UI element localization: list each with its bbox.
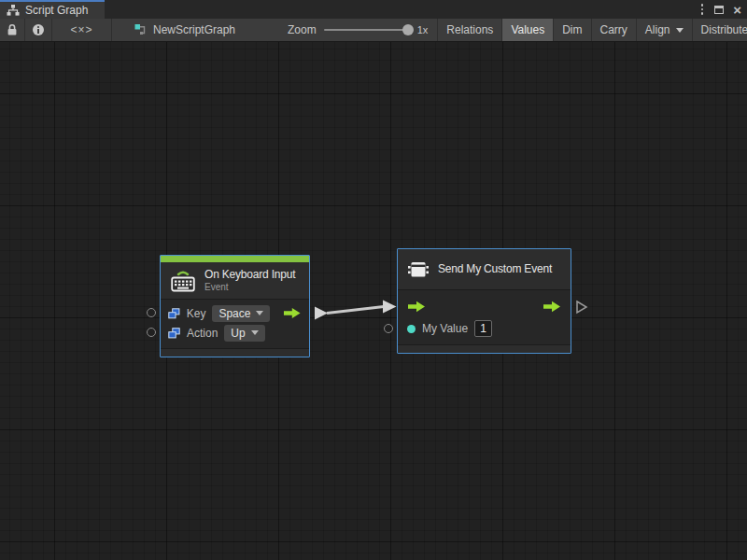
node-header[interactable]: On Keyboard Input Event (161, 262, 309, 300)
graph-name: NewScriptGraph (153, 23, 235, 36)
node-send-my-custom-event[interactable]: Send My Custom Event My Value 1 (397, 248, 571, 354)
variable-port-icon (168, 328, 180, 339)
window-controls: × (699, 0, 741, 19)
control-output-port[interactable] (543, 301, 561, 313)
close-icon[interactable]: × (733, 3, 741, 17)
port-label-my-value: My Value (422, 322, 468, 335)
port-label-key: Key (187, 307, 206, 320)
event-accent-bar (161, 256, 309, 262)
tab-title: Script Graph (25, 4, 88, 17)
action-input-port[interactable] (147, 328, 156, 337)
node-header[interactable]: Send My Custom Event (398, 249, 571, 290)
graph-breadcrumb[interactable]: NewScriptGraph (125, 19, 245, 41)
node-footer (161, 348, 309, 357)
tab-bar: Script Graph × (0, 0, 747, 19)
relations-button[interactable]: Relations (438, 19, 502, 41)
zoom-slider[interactable] (324, 29, 410, 31)
zoom-slider-handle[interactable] (402, 24, 414, 35)
chevron-down-icon (676, 28, 684, 33)
chevron-down-icon (256, 311, 263, 315)
port-row-action: Action Up (168, 323, 302, 343)
info-button[interactable] (25, 19, 52, 41)
keyboard-event-icon (170, 269, 196, 293)
graph-toolbar: <×> NewScriptGraph Zoom 1x Relations Val… (0, 19, 747, 42)
variable-port-icon (168, 308, 180, 319)
value-port-dot-icon (407, 325, 416, 333)
distribute-button[interactable]: Distribute (693, 19, 747, 41)
my-value-input-port[interactable] (384, 324, 393, 333)
key-dropdown[interactable]: Space (212, 305, 270, 322)
node-body: Key Space Action (161, 300, 309, 348)
action-dropdown-value: Up (231, 327, 245, 340)
align-button-label: Align (645, 23, 670, 36)
tab-script-graph[interactable]: Script Graph (0, 0, 105, 19)
values-button[interactable]: Values (502, 19, 554, 41)
node-title: Send My Custom Event (438, 262, 552, 276)
node-footer (398, 344, 571, 353)
chevron-down-icon (251, 330, 259, 335)
node-subtitle: Event (204, 282, 295, 294)
custom-event-icon (407, 259, 430, 280)
control-connection-wire[interactable] (0, 42, 747, 560)
code-view-button[interactable]: <×> (52, 19, 112, 41)
next-flow-triangle-port[interactable] (575, 300, 588, 315)
zoom-value: 1x (417, 24, 429, 35)
maximize-icon[interactable] (714, 6, 724, 14)
distribute-button-label: Distribute (701, 23, 747, 36)
port-label-action: Action (187, 327, 218, 340)
port-row-my-value: My Value 1 (407, 317, 561, 340)
key-input-port[interactable] (147, 308, 156, 317)
graph-canvas[interactable]: On Keyboard Input Event Key Space (0, 42, 747, 560)
script-graph-window: Script Graph × <×> (0, 0, 747, 560)
node-on-keyboard-input[interactable]: On Keyboard Input Event Key Space (160, 255, 310, 357)
zoom-label: Zoom (288, 23, 317, 36)
control-flow-row (407, 295, 561, 317)
node-body: My Value 1 (398, 290, 571, 344)
zoom-control: Zoom 1x (271, 19, 438, 41)
info-icon (32, 23, 45, 36)
my-value-input[interactable]: 1 (474, 320, 492, 337)
port-row-key: Key Space (168, 303, 302, 323)
control-output-port[interactable] (283, 307, 302, 319)
graph-hierarchy-icon (7, 5, 20, 16)
node-title: On Keyboard Input (204, 268, 295, 282)
window-menu-icon[interactable] (699, 2, 706, 17)
control-input-port[interactable] (407, 301, 426, 313)
script-graph-asset-icon (134, 23, 148, 36)
action-dropdown[interactable]: Up (224, 325, 264, 342)
lock-button[interactable] (0, 19, 25, 41)
code-brackets-icon: <×> (70, 23, 92, 36)
lock-icon (7, 23, 18, 36)
key-dropdown-value: Space (218, 307, 250, 320)
align-button[interactable]: Align (637, 19, 693, 41)
carry-button[interactable]: Carry (592, 19, 637, 41)
dim-button[interactable]: Dim (554, 19, 591, 41)
